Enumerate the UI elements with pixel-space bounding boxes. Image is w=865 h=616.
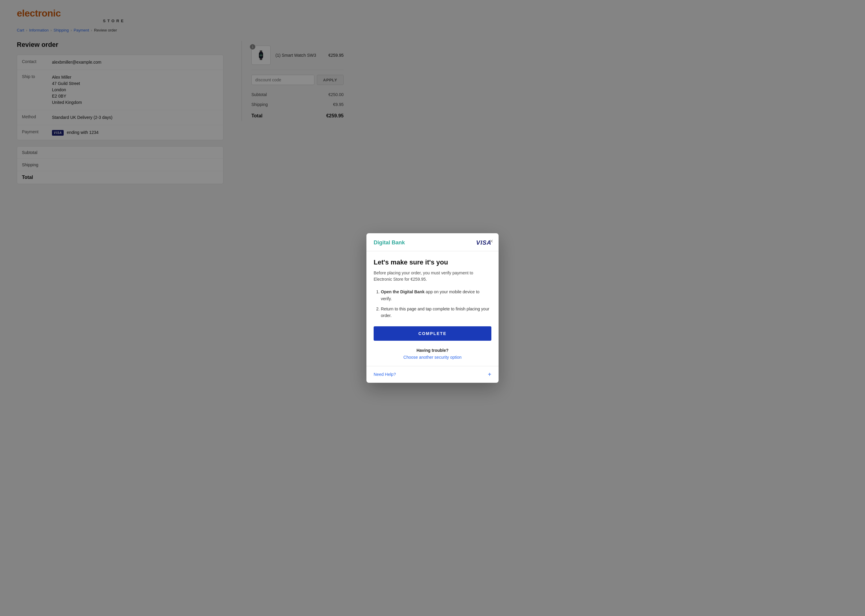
- modal-footer: Need Help? +: [366, 366, 499, 383]
- modal-subtitle: Before placing your order, you must veri…: [374, 270, 491, 283]
- security-option-link[interactable]: Choose another security option: [403, 355, 462, 360]
- verification-modal: Digital Bank VISA × Let's make sure it's…: [366, 233, 499, 383]
- complete-button[interactable]: COMPLETE: [374, 326, 491, 341]
- modal-step-2: Return to this page and tap complete to …: [381, 306, 491, 319]
- trouble-heading: Having trouble?: [374, 348, 491, 353]
- modal-title: Let's make sure it's you: [374, 258, 491, 266]
- modal-overlay: Digital Bank VISA × Let's make sure it's…: [0, 0, 865, 616]
- modal-body: Let's make sure it's you Before placing …: [366, 251, 499, 366]
- plus-icon[interactable]: +: [488, 371, 491, 378]
- need-help-link[interactable]: Need Help?: [374, 372, 396, 377]
- modal-visa-logo: VISA: [476, 239, 491, 246]
- modal-steps: Open the Digital Bank app on your mobile…: [374, 289, 491, 319]
- modal-step-1-bold: Open the Digital Bank: [381, 289, 425, 294]
- trouble-section: Having trouble? Choose another security …: [374, 348, 491, 366]
- modal-bank-name: Digital Bank: [374, 240, 405, 246]
- modal-step-1: Open the Digital Bank app on your mobile…: [381, 289, 491, 302]
- modal-header: Digital Bank VISA ×: [366, 233, 499, 251]
- modal-close-button[interactable]: ×: [489, 238, 493, 244]
